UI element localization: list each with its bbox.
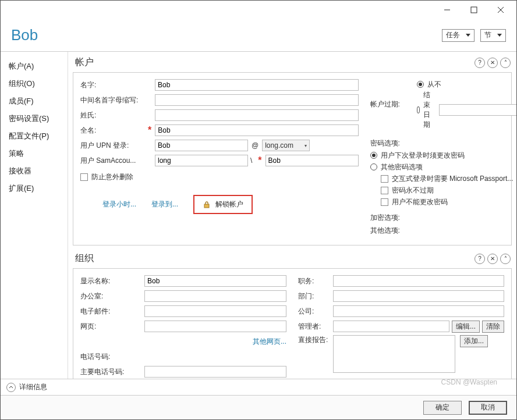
full-name-label: 全名: bbox=[80, 126, 144, 136]
web-label: 网页: bbox=[80, 322, 144, 332]
main-phone-label: 主要电话号码: bbox=[80, 367, 144, 377]
dept-label: 部门: bbox=[298, 291, 333, 301]
direct-reports-list[interactable] bbox=[333, 335, 455, 373]
sidebar: 帐户(A) 组织(O) 成员(F) 密码设置(S) 配置文件(P) 策略 接收器… bbox=[1, 52, 68, 379]
office-input[interactable] bbox=[144, 290, 286, 302]
sidebar-item-receiver[interactable]: 接收器 bbox=[1, 162, 68, 180]
protect-delete-checkbox[interactable] bbox=[80, 173, 88, 181]
pwd-other-radio[interactable] bbox=[370, 163, 377, 170]
account-section: 帐户 ? ✕ ˄ 名字: bbox=[73, 55, 512, 245]
job-title-input[interactable] bbox=[333, 275, 504, 287]
sidebar-item-organization[interactable]: 组织(O) bbox=[1, 75, 68, 92]
svg-rect-1 bbox=[471, 7, 477, 13]
pwd-other-label: 其他密码选项 bbox=[381, 162, 423, 172]
close-button[interactable] bbox=[487, 2, 514, 18]
minimize-button[interactable] bbox=[434, 2, 461, 18]
clear-manager-button[interactable]: 清除 bbox=[482, 321, 504, 333]
sidebar-item-extensions[interactable]: 扩展(E) bbox=[1, 180, 68, 197]
sidebar-item-members[interactable]: 成员(F) bbox=[1, 92, 68, 110]
phone-label: 电话号码: bbox=[80, 352, 144, 362]
full-name-input[interactable] bbox=[155, 124, 358, 136]
end-date-radio[interactable] bbox=[417, 106, 420, 113]
company-label: 公司: bbox=[298, 307, 333, 316]
end-date-input[interactable] bbox=[439, 104, 516, 116]
sidebar-item-password-settings[interactable]: 密码设置(S) bbox=[1, 110, 68, 127]
never-expire-label: 密码永不过期 bbox=[392, 186, 434, 195]
passport-label: 交互式登录时需要 Microsoft Passport... bbox=[392, 174, 514, 184]
office-label: 办公室: bbox=[80, 291, 144, 301]
direct-reports-label: 直接报告: bbox=[298, 335, 333, 345]
unlock-label: 解锁帐户 bbox=[215, 200, 243, 209]
dialog-footer: 确定 取消 bbox=[1, 395, 516, 419]
header: Bob 任务 节 bbox=[1, 19, 516, 52]
sections-label: 节 bbox=[484, 30, 491, 40]
sidebar-item-policy[interactable]: 策略 bbox=[1, 145, 68, 162]
window-title-bar bbox=[1, 1, 516, 19]
upn-user-input[interactable] bbox=[155, 140, 248, 151]
ok-button[interactable]: 确定 bbox=[423, 401, 462, 415]
pwd-change-next-radio[interactable] bbox=[370, 152, 377, 159]
never-label: 从不 bbox=[427, 80, 441, 90]
chevron-down-icon: ▾ bbox=[304, 143, 307, 148]
display-name-label: 显示名称: bbox=[80, 276, 144, 286]
close-section-button[interactable]: ✕ bbox=[487, 58, 498, 68]
first-name-label: 名字: bbox=[80, 80, 144, 90]
passport-checkbox[interactable] bbox=[381, 175, 388, 183]
sidebar-item-account[interactable]: 帐户(A) bbox=[1, 58, 68, 75]
unlock-account-button[interactable]: 解锁帐户 bbox=[193, 195, 253, 214]
lock-icon bbox=[203, 201, 211, 209]
logon-hours-link[interactable]: 登录小时... bbox=[102, 200, 136, 209]
details-label: 详细信息 bbox=[19, 382, 47, 392]
sam-domain-input[interactable] bbox=[155, 155, 248, 166]
display-name-input[interactable] bbox=[144, 275, 286, 287]
chevron-down-icon bbox=[497, 34, 502, 37]
sections-dropdown[interactable]: 节 bbox=[480, 29, 506, 42]
required-icon: * bbox=[144, 125, 155, 136]
dept-input[interactable] bbox=[333, 290, 504, 302]
cannot-change-checkbox[interactable] bbox=[381, 198, 388, 206]
help-button[interactable]: ? bbox=[474, 58, 485, 68]
organization-section: 组织 ? ✕ ˄ 显示名称: bbox=[73, 251, 512, 379]
first-name-input[interactable] bbox=[155, 79, 359, 91]
expire-label: 帐户过期: bbox=[370, 99, 417, 109]
tasks-label: 任务 bbox=[446, 30, 460, 40]
never-radio[interactable] bbox=[417, 81, 424, 88]
last-name-input[interactable] bbox=[155, 109, 359, 121]
tasks-dropdown[interactable]: 任务 bbox=[442, 29, 474, 42]
password-options-label: 密码选项: bbox=[370, 138, 400, 148]
add-report-button[interactable]: 添加... bbox=[460, 335, 488, 347]
edit-manager-button[interactable]: 编辑... bbox=[452, 321, 480, 333]
main-phone-input[interactable] bbox=[144, 366, 286, 378]
pwd-change-next-label: 用户下次登录时须更改密码 bbox=[381, 151, 465, 161]
collapse-section-button[interactable]: ˄ bbox=[500, 58, 511, 68]
logon-to-link[interactable]: 登录到... bbox=[151, 200, 178, 209]
cancel-button[interactable]: 取消 bbox=[469, 401, 507, 415]
required-icon: * bbox=[254, 155, 265, 166]
initials-input[interactable] bbox=[155, 94, 359, 106]
manager-input[interactable] bbox=[333, 321, 449, 332]
chevron-down-icon bbox=[466, 34, 470, 37]
job-title-label: 职务: bbox=[298, 276, 333, 286]
web-input[interactable] bbox=[144, 321, 286, 332]
details-expand-button[interactable] bbox=[6, 383, 16, 392]
initials-label: 中间名首字母缩写: bbox=[80, 95, 144, 105]
sam-user-input[interactable] bbox=[265, 155, 359, 166]
collapse-section-button[interactable]: ˄ bbox=[500, 254, 511, 264]
help-button[interactable]: ? bbox=[474, 254, 485, 264]
other-web-link[interactable]: 其他网页... bbox=[253, 337, 286, 347]
upn-label: 用户 UPN 登录: bbox=[80, 141, 144, 151]
page-title: Bob bbox=[11, 26, 436, 44]
upn-domain-value: long.com bbox=[265, 141, 293, 150]
upn-domain-select[interactable]: long.com ▾ bbox=[262, 140, 310, 151]
company-input[interactable] bbox=[333, 305, 504, 317]
email-input[interactable] bbox=[144, 305, 286, 317]
last-name-label: 姓氏: bbox=[80, 111, 144, 120]
details-bar: 详细信息 bbox=[1, 379, 516, 395]
maximize-button[interactable] bbox=[461, 2, 487, 18]
sidebar-item-profile[interactable]: 配置文件(P) bbox=[1, 127, 68, 145]
close-section-button[interactable]: ✕ bbox=[487, 254, 498, 264]
never-expire-checkbox[interactable] bbox=[381, 187, 388, 194]
protect-delete-label: 防止意外删除 bbox=[91, 172, 133, 182]
sam-label: 用户 SamAccou... bbox=[80, 156, 144, 166]
org-section-title: 组织 bbox=[74, 252, 474, 265]
